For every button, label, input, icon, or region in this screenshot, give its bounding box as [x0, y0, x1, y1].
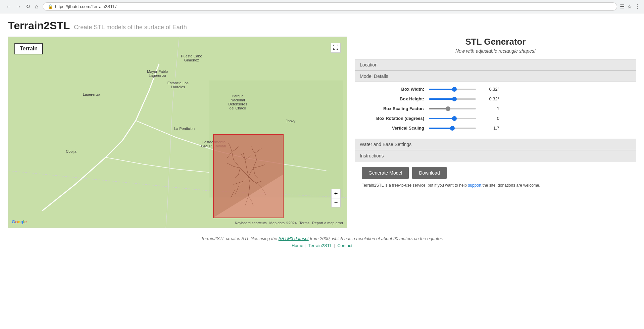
- footer-text-after: from 2000, which has a resolution of abo…: [310, 236, 443, 241]
- box-scaling-slider[interactable]: [429, 108, 476, 109]
- panel-subtitle: Now with adjustable rectangle shapes!: [355, 48, 636, 54]
- box-scaling-row: Box Scaling Factor: 1: [362, 106, 629, 111]
- bookmarks-icon[interactable]: ☰: [620, 3, 625, 10]
- box-scaling-slider-wrap[interactable]: [429, 108, 483, 109]
- support-link[interactable]: support: [468, 183, 481, 188]
- box-rotation-row: Box Rotation (degrees) 0: [362, 116, 629, 121]
- vertical-scaling-value: 1.7: [483, 126, 499, 131]
- action-buttons: Generate Model Download: [355, 167, 636, 179]
- terrain-label: Terrain: [14, 43, 43, 54]
- box-width-slider[interactable]: [429, 89, 476, 90]
- zoom-out-button[interactable]: −: [331, 198, 341, 207]
- box-width-value: 0.32°: [483, 87, 499, 92]
- support-text-after: the site, donations are welcome.: [483, 183, 540, 188]
- box-rotation-value: 0: [483, 116, 499, 121]
- box-scaling-value: 1: [483, 106, 499, 111]
- model-details-section[interactable]: Model Details: [355, 70, 636, 82]
- reload-button[interactable]: ↻: [24, 3, 32, 10]
- box-width-slider-wrap[interactable]: [429, 89, 483, 90]
- vertical-scaling-slider-wrap[interactable]: [429, 128, 483, 129]
- support-text: Terrain2STL is a free-to-use service, bu…: [355, 182, 636, 188]
- zoom-in-button[interactable]: +: [331, 189, 341, 198]
- footer-contact-link[interactable]: Contact: [337, 243, 352, 248]
- main-layout: Puesto CaboGiménez Mayor PabloLagerenza …: [8, 37, 636, 228]
- footer-home-link[interactable]: Home: [292, 243, 303, 248]
- model-details-content: Box Width: 0.32° Box Height: 0.32°: [355, 82, 636, 139]
- box-rotation-label: Box Rotation (degrees): [362, 116, 429, 121]
- footer-description: Terrain2STL creates STL files using the …: [8, 236, 636, 241]
- browser-chrome: ← → ↻ ⌂ 🔒 https://jthatch.com/Terrain2ST…: [0, 0, 644, 13]
- browser-nav[interactable]: ← → ↻ ⌂: [4, 3, 40, 10]
- box-height-row: Box Height: 0.32°: [362, 96, 629, 101]
- footer: Terrain2STL creates STL files using the …: [8, 236, 636, 248]
- panel-title: STL Generator: [355, 37, 636, 47]
- site-subtitle: Create STL models of the surface of Eart…: [74, 24, 187, 31]
- box-width-label: Box Width:: [362, 87, 429, 92]
- download-button[interactable]: Download: [412, 167, 446, 179]
- home-button[interactable]: ⌂: [33, 3, 40, 10]
- back-button[interactable]: ←: [4, 3, 13, 10]
- keyboard-shortcuts[interactable]: Keyboard shortcuts: [235, 221, 267, 225]
- box-width-row: Box Width: 0.32°: [362, 87, 629, 92]
- srtm3-link[interactable]: SRTM3 dataset: [279, 236, 309, 241]
- vertical-scaling-label: Vertical Scaling: [362, 126, 429, 131]
- map-background: Puesto CaboGiménez Mayor PabloLagerenza …: [8, 37, 347, 228]
- url-text: https://jthatch.com/Terrain2STL/: [55, 4, 117, 9]
- box-height-slider[interactable]: [429, 98, 476, 100]
- report-link[interactable]: Report a map error: [312, 221, 343, 225]
- vertical-scaling-slider[interactable]: [429, 128, 476, 129]
- map-roads: [8, 37, 347, 228]
- footer-terrain2stl-link[interactable]: Terrain2STL: [308, 243, 332, 248]
- google-logo: Google: [12, 219, 27, 224]
- vertical-scaling-row: Vertical Scaling 1.7: [362, 126, 629, 131]
- map-container[interactable]: Puesto CaboGiménez Mayor PabloLagerenza …: [8, 37, 347, 228]
- terms-link[interactable]: Terms: [299, 221, 309, 225]
- map-data: Map data ©2024: [269, 221, 297, 225]
- box-height-label: Box Height:: [362, 96, 429, 101]
- generate-model-button[interactable]: Generate Model: [362, 167, 409, 179]
- star-icon[interactable]: ☆: [627, 3, 632, 10]
- box-height-slider-wrap[interactable]: [429, 98, 483, 100]
- footer-text-before: Terrain2STL creates STL files using the: [201, 236, 277, 241]
- page-content: Terrain2STL Create STL models of the sur…: [0, 13, 644, 256]
- fullscreen-button[interactable]: [331, 43, 341, 53]
- zoom-controls[interactable]: + −: [331, 189, 341, 207]
- selection-rectangle[interactable]: [213, 134, 284, 218]
- browser-actions: ☰ ☆ ⋮: [620, 3, 640, 10]
- right-panel: STL Generator Now with adjustable rectan…: [355, 37, 636, 188]
- box-scaling-label: Box Scaling Factor:: [362, 106, 429, 111]
- water-base-section[interactable]: Water and Base Settings: [355, 139, 636, 150]
- map-attribution: Keyboard shortcuts Map data ©2024 Terms …: [235, 221, 343, 225]
- site-title: Terrain2STL: [8, 19, 70, 32]
- support-text-before: Terrain2STL is a free-to-use service, bu…: [362, 183, 467, 188]
- box-rotation-slider-wrap[interactable]: [429, 118, 483, 119]
- instructions-section[interactable]: Instructions: [355, 150, 636, 161]
- terrain-preview: [214, 135, 283, 218]
- forward-button[interactable]: →: [14, 3, 23, 10]
- menu-icon[interactable]: ⋮: [635, 3, 640, 10]
- box-rotation-slider[interactable]: [429, 118, 476, 119]
- location-section[interactable]: Location: [355, 59, 636, 70]
- address-bar[interactable]: 🔒 https://jthatch.com/Terrain2STL/: [43, 2, 617, 11]
- footer-nav: Home | Terrain2STL | Contact: [8, 243, 636, 248]
- site-header: Terrain2STL Create STL models of the sur…: [8, 13, 636, 37]
- box-height-value: 0.32°: [483, 96, 499, 101]
